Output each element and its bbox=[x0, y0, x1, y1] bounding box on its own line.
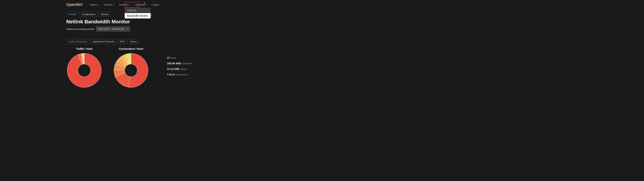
tab-configuration[interactable]: Configuration bbox=[80, 12, 98, 17]
nav-system[interactable]: System▼ bbox=[101, 2, 116, 8]
stat-connections-value: 7.41 K bbox=[167, 73, 175, 76]
nav-logout-label: Logout bbox=[152, 3, 159, 6]
nav-items: Status▼ System▼ Services▼ Network▼ Logou… bbox=[88, 2, 162, 8]
donut-chart-connections bbox=[113, 52, 149, 88]
charts-row: Traffic / Host Connections / Host 17host… bbox=[66, 47, 216, 88]
caret-down-icon: ▼ bbox=[113, 4, 114, 6]
stat-download: 188.96 MiBdownload bbox=[167, 62, 191, 65]
stat-upload: 14.12 MiBupload bbox=[167, 67, 191, 70]
chart-traffic-host: Traffic / Host bbox=[66, 47, 102, 88]
chart-title-connections: Connections / Host bbox=[113, 47, 149, 50]
caret-down-icon: ▼ bbox=[127, 28, 128, 30]
stat-upload-label: upload bbox=[180, 68, 187, 70]
annotation-number-1: 1 bbox=[144, 1, 146, 6]
stat-download-value: 188.96 MiB bbox=[167, 62, 181, 65]
subtab-ipv6[interactable]: IPv6 bbox=[118, 39, 126, 44]
chart-connections-host: Connections / Host bbox=[113, 47, 149, 88]
navbar: OpenWrt Status▼ System▼ Services▼ Networ… bbox=[66, 0, 644, 9]
stat-upload-value: 14.12 MiB bbox=[167, 67, 179, 70]
period-select[interactable]: 2023-03-01 - 2023-03-05 ▼ bbox=[96, 26, 130, 32]
nav-system-label: System bbox=[104, 3, 112, 6]
period-label: Select accounting period: bbox=[66, 28, 94, 30]
tab-display[interactable]: Display bbox=[66, 12, 78, 17]
page-title: Netlink Bandwidth Monitor bbox=[66, 19, 216, 24]
stat-connections: 7.41 Kconnections bbox=[167, 73, 191, 76]
stat-hosts-label: hosts bbox=[170, 56, 176, 59]
chart-title-traffic: Traffic / Host bbox=[66, 47, 102, 50]
caret-down-icon: ▼ bbox=[130, 4, 131, 6]
stat-hosts: 17hosts bbox=[167, 56, 191, 59]
nav-logout[interactable]: Logout bbox=[149, 2, 162, 8]
period-value: 2023-03-01 - 2023-03-05 bbox=[98, 28, 124, 30]
nav-network-label: Network bbox=[136, 3, 145, 6]
sub-tabs: Traffic Distribution Application Protoco… bbox=[66, 39, 216, 44]
stat-download-label: download bbox=[182, 62, 192, 65]
pie-slice[interactable] bbox=[129, 53, 148, 88]
dropdown-item-adblock[interactable]: Adblock bbox=[125, 8, 150, 13]
period-row: Select accounting period: 2023-03-01 - 2… bbox=[66, 26, 216, 32]
nav-services-label: Services bbox=[119, 3, 129, 6]
nav-services[interactable]: Services▼ bbox=[116, 2, 133, 8]
stat-hosts-value: 17 bbox=[167, 56, 170, 59]
donut-chart-traffic bbox=[66, 52, 102, 88]
tab-backup[interactable]: Backup bbox=[99, 12, 111, 17]
nav-status-label: Status bbox=[90, 3, 97, 6]
dropdown-item-bandwidth-monitor[interactable]: Bandwidth Monitor bbox=[125, 13, 150, 18]
subtab-traffic[interactable]: Traffic Distribution bbox=[66, 39, 89, 44]
subtab-protocols[interactable]: Application Protocols bbox=[90, 39, 116, 44]
subtab-export[interactable]: Export bbox=[128, 39, 139, 44]
services-dropdown: Adblock Bandwidth Monitor bbox=[125, 8, 150, 18]
caret-down-icon: ▼ bbox=[98, 4, 99, 6]
brand-logo[interactable]: OpenWrt bbox=[66, 2, 82, 7]
nav-status[interactable]: Status▼ bbox=[88, 2, 102, 8]
main-container: Display Configuration Backup Netlink Ban… bbox=[66, 12, 216, 88]
nav-network[interactable]: Network▼ bbox=[133, 2, 149, 8]
summary-stats: 17hosts 188.96 MiBdownload 14.12 MiBuplo… bbox=[167, 56, 191, 78]
stat-connections-label: connections bbox=[176, 73, 188, 76]
